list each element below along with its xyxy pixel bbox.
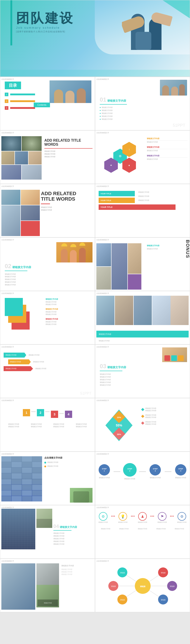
slide11-watermark: 51PPT — [80, 392, 91, 396]
slide4-photo-grid — [1, 136, 42, 182]
slide-photo-large: 点击添加标题文字 请链接文字内容 请链接文字内容 请链接文字内容 请链接文字内容… — [0, 558, 95, 612]
slide16-caption: 点击添加标题文字 — [96, 453, 109, 455]
cover-subtitle: Job summary schedule — [16, 26, 74, 29]
slide-add-related-1: 点击添加标题文字 — [0, 130, 95, 184]
slide3-lines: 请链接文字内容 请链接文字内容 请链接文字内容 请链接文字内容 请链接文字内容 — [100, 106, 127, 120]
slide17-caption: 点击添加标题文字 — [1, 506, 14, 509]
slide19-title: 请链接文字内容 请链接文字内容 请链接文字内容 请链接文字内容 — [61, 564, 94, 576]
slide12-photo — [162, 348, 187, 362]
slide-title-bars: 点击添加标题文字 YOUR TITLE YOUR TITLE YOUR TITL… — [95, 184, 190, 238]
svg-text:请链接: 请链接 — [170, 586, 175, 587]
slide10-squares — [5, 298, 41, 338]
slide3-image — [160, 80, 187, 96]
slide14-caption: 点击添加标题文字 — [96, 399, 109, 402]
cover-title: 团队建设 — [16, 12, 74, 24]
cover-accent-bar — [11, 0, 12, 46]
slide5-caption: 点击添加标题文字 — [96, 132, 109, 134]
svg-text:请链接: 请链接 — [111, 586, 116, 587]
cover-title-area: 团队建设 Job summary schedule [适用于述职报告|个人简介|… — [16, 12, 74, 33]
slide-photo-02: 点击添加标题文字 02 请链接文字内容 请链接文字内容 请链接文字内容 请链接文… — [0, 238, 95, 291]
svg-text:35%: 35% — [117, 433, 121, 436]
slide8-content: 02 请链接文字内容 请链接文字内容 请链接文字内容 请链接文字内容 请链接文字… — [5, 263, 31, 286]
slide10b-caption: 点击添加标题文字 — [96, 292, 109, 294]
slide6-title-area: ADD RELATEDTITLE WORDS 请链接文字内容请链接文字内容 — [41, 191, 93, 211]
svg-text:55%: 55% — [116, 424, 122, 427]
slide4-caption: 点击添加标题文字 — [1, 132, 14, 134]
svg-text:请链接: 请链接 — [161, 572, 165, 574]
svg-text:↑: ↑ — [128, 148, 130, 151]
slide5-labels: 请链接文字内容 请链接文字内容 请链接文字内容 请链接文字内容 请链接文字内容 … — [147, 137, 187, 163]
cover-desc: [适用于述职报告|个人简介|工作总结|会议报告等] — [16, 30, 74, 33]
toc-item-1: 1 — [5, 92, 46, 96]
toc-button[interactable]: Contents — [34, 102, 50, 107]
slide13-tabs: 1 2 3 4 — [3, 407, 93, 418]
slide-text-04: 点击添加标题文字 04 请链接文字内容 请链接文字内容 请链接文字内容 请链接文… — [0, 505, 95, 558]
slide7-highlight: YOUR TITLE — [99, 204, 175, 210]
slide20-chart: 请链接 请链接 请链接 请链接 请链接 请链接 请链接 — [97, 563, 188, 610]
slide2-caption: 点击添加标题文字 — [1, 78, 14, 80]
slide-text-03: 点击添加标题文字 03 请链接文字内容 请链接文字内容 请链接文字内容 请链接文… — [95, 344, 190, 398]
svg-text:⚙: ⚙ — [119, 154, 122, 158]
slide11-process: 请链接文字内容 请链接文字内容 请链接文字内容 请链接文字内容 请链接文字内容 … — [4, 352, 91, 373]
slide12-content: 03 请链接文字内容 请链接文字内容 请链接文字内容 请链接文字内容 请链接文字… — [100, 363, 126, 386]
cover-image — [122, 5, 181, 50]
slide13-text-row: 请链接文字内容请链接文字内容 请链接文字内容请链接文字内容 请链接文字内容请链接… — [3, 423, 93, 428]
slide-mindmap: 点击添加标题文字 请链接 请链接 请链接 请链接 — [95, 558, 190, 612]
slide8-photo — [56, 242, 93, 262]
slide4-title: ADD RELATED TITLE WORDS — [44, 138, 93, 147]
slide14-labels: 请链接文字内容请链接文字内容 请链接文字内容请链接文字内容 请链接文字内容请链接… — [142, 407, 187, 428]
slide16-steps: STEP1 请链接文字内容 STEP2 请链接文字内容 STEP3 请链接文字内… — [97, 463, 187, 480]
slide4-text-area: ADD RELATED TITLE WORDS 请链接文字内容 请链接文字内容 … — [44, 138, 93, 158]
slide17-content: 04 请链接文字内容 请链接文字内容 请链接文字内容 请链接文字内容 请链接文字… — [53, 524, 93, 545]
slide15-photo-sm — [70, 488, 93, 502]
slide10-caption: 点击添加标题文字 — [1, 292, 14, 294]
cover-bottom-bar — [0, 70, 190, 76]
slide19-caption: 点击添加标题文字 — [1, 560, 14, 562]
slide19-photo-left — [1, 563, 35, 610]
slide9-caption: 点击添加标题文字 — [96, 239, 109, 241]
svg-text:请链接: 请链接 — [161, 599, 165, 601]
slide18-caption: 点击添加标题文字 — [96, 506, 109, 509]
slide3-caption: 点击添加标题文字 — [96, 78, 109, 80]
slide-hexagon: 点击添加标题文字 ⚙ ↑ ♦ ✦ 请链接文字内容 — [95, 130, 190, 184]
slide5-hex-area: ⚙ ↑ ♦ ✦ — [97, 135, 143, 180]
slide3-title: 请链接文字内容 — [107, 99, 126, 103]
slide9-title-area: TITLE BONUS 请链接文字内容 请链接文字内容 — [147, 244, 187, 253]
slide19-photo-right — [36, 563, 59, 586]
svg-text:✦: ✦ — [110, 164, 112, 167]
slide-arrows: 点击添加标题文字 请链接文字内容 请链接文字内容 请链接文字内容 请链接文字内容… — [0, 344, 95, 398]
svg-text:请链接: 请链接 — [120, 572, 125, 574]
slide-text-01: 点击添加标题文字 01 请链接文字内容 请链接文字内容 请链接文字内容 请链接文… — [95, 77, 190, 130]
slide-icon-flow: 点击添加标题文字 ⚙ 请链接文字内容 💡 请链接文字内容 — [95, 505, 190, 558]
slide19-photo-bottom: 请链接文字内容 — [36, 585, 59, 608]
slide-cover: 团队建设 Job summary schedule [适用于述职报告|个人简介|… — [0, 0, 190, 77]
slide-add-related-2: 点击添加标题文字 ADD RELATEDTITLE WORDS 请链接文字内容请… — [0, 184, 95, 238]
slide17-photo — [1, 509, 35, 549]
slide10b-photos — [96, 296, 189, 325]
slide9-collage — [96, 243, 142, 290]
slide3-num-area: 01 请链接文字内容 请链接文字内容 请链接文字内容 请链接文字内容 请链接文字… — [100, 96, 127, 121]
slide-building: 点击添加标题文字 点击清楚文字内容 请链接文字内容 — [0, 452, 95, 505]
slide7-caption: 点击添加标题文字 — [96, 185, 109, 188]
slide3-watermark: 51PPT — [173, 123, 185, 128]
toc-image — [50, 80, 91, 103]
slide6-title: ADD RELATEDTITLE WORDS — [41, 191, 93, 202]
slide4-lines: 请链接文字内容 请链接文字内容 请链接文字内容 — [44, 150, 93, 158]
slide6-caption: 点击添加标题文字 — [1, 185, 14, 188]
slide6-photos — [1, 190, 40, 236]
slides-container: 团队建设 Job summary schedule [适用于述职报告|个人简介|… — [0, 0, 190, 612]
slide-title-bonus: 点击添加标题文字 TITLE BONUS — [95, 238, 190, 291]
slide8-caption: 点击添加标题文字 — [1, 239, 14, 241]
slide20-caption: 点击添加标题文字 — [96, 560, 109, 562]
slide11-caption: 点击添加标题文字 — [1, 346, 14, 348]
slide10-text: 请链接文字内容 请链接文字内容请链接文字内容 请链接文字内容 请链接文字内容请链… — [46, 298, 93, 328]
slide12-caption: 点击添加标题文字 — [96, 346, 109, 348]
slide10b-desc: 请链接文字内容 — [96, 340, 189, 342]
slide-num-tabs: 点击添加标题文字 1 2 3 4 — [0, 398, 95, 452]
slide15-text: 点击清楚文字内容 请链接文字内容 请链接文字内容 — [44, 456, 93, 469]
slide14-chart: 55% 20% 35% — [99, 405, 139, 446]
svg-text:♦: ♦ — [128, 164, 130, 167]
slide13-caption: 点击添加标题文字 — [1, 399, 14, 402]
slide3-num: 01 — [100, 96, 106, 103]
svg-text:20%: 20% — [117, 416, 121, 418]
